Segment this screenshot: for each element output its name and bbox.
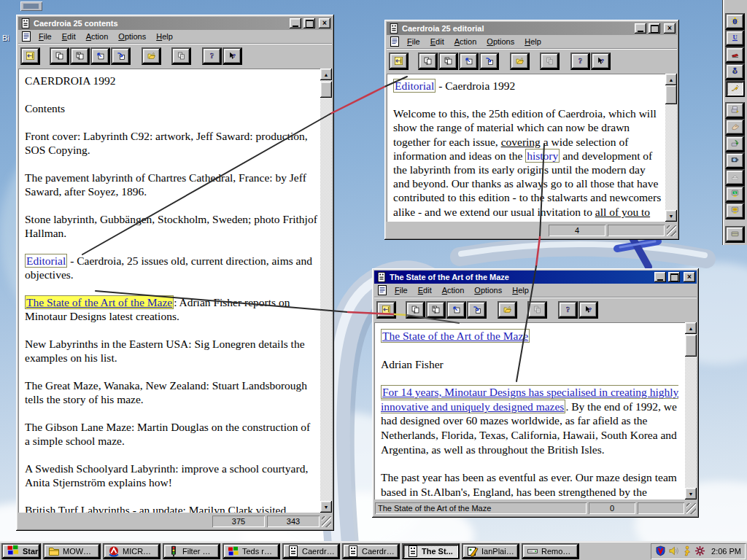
paste-pages-button[interactable]	[438, 52, 458, 70]
desktop-icon-fragment[interactable]	[20, 1, 42, 11]
menu-options[interactable]: Options	[481, 36, 519, 47]
camera-button[interactable]	[725, 152, 745, 169]
close-button[interactable]: ×	[319, 18, 330, 28]
taskbar-button-microc[interactable]: MICROC...	[103, 543, 160, 559]
hypertext-link[interactable]: Editorial	[25, 254, 67, 268]
scroll-up-icon[interactable]: ▲	[320, 69, 332, 80]
menu-options[interactable]: Options	[113, 31, 151, 42]
resize-grip[interactable]	[686, 503, 696, 514]
beetle-button[interactable]	[725, 13, 745, 30]
context-help-button[interactable]: ?	[222, 47, 242, 65]
disk-export-button[interactable]	[725, 102, 745, 119]
hypertext-link[interactable]: Editorial	[393, 79, 436, 93]
hat-button[interactable]	[725, 169, 745, 186]
copy-pages-button[interactable]	[406, 301, 425, 319]
scroll-thumb[interactable]	[320, 82, 332, 98]
titlebar[interactable]: Caerdroia 25 editorial ×	[387, 22, 677, 35]
vertical-scrollbar[interactable]: ▲ ▼	[685, 322, 697, 499]
close-button[interactable]: ×	[664, 23, 676, 34]
hand-button[interactable]	[725, 119, 745, 136]
vertical-scrollbar[interactable]: ▲ ▼	[320, 69, 332, 513]
exit-button[interactable]	[376, 301, 396, 319]
flower-icon[interactable]	[694, 545, 705, 556]
menu-edit[interactable]: Edit	[413, 284, 437, 296]
scroll-down-icon[interactable]: ▼	[320, 501, 332, 513]
hypertext-link[interactable]: The State of the Art of the Maze	[381, 329, 530, 343]
open-folder-button[interactable]	[498, 301, 517, 319]
start-button[interactable]: Start	[1, 543, 41, 559]
resize-grip[interactable]	[322, 516, 331, 527]
vertical-scrollbar[interactable]: ▲ ▼	[665, 74, 677, 222]
taskbar-button-moworks[interactable]: MOWorks	[43, 543, 101, 559]
menu-edit[interactable]: Edit	[57, 31, 81, 42]
paste-pages-button[interactable]	[426, 301, 446, 319]
copy-button[interactable]	[527, 301, 547, 319]
copy-pages-button[interactable]	[418, 52, 438, 70]
menu-help[interactable]: Help	[151, 31, 178, 42]
disk-sync-button[interactable]	[725, 136, 745, 152]
person-icon[interactable]	[681, 545, 692, 556]
menu-file[interactable]: File	[402, 36, 425, 47]
terminal-green-button[interactable]: N	[725, 186, 745, 203]
minimize-button[interactable]	[290, 18, 301, 28]
speaker-icon[interactable]	[668, 545, 679, 556]
scroll-up-icon[interactable]: ▲	[685, 322, 697, 334]
scroll-up-icon[interactable]: ▲	[665, 74, 677, 85]
hypertext-link[interactable]: The State of the Art of the Maze	[25, 295, 174, 309]
plug-button[interactable]	[725, 80, 745, 97]
lamp-button[interactable]: V	[725, 63, 745, 80]
link-out-button[interactable]	[459, 52, 479, 70]
taskbar-button-caerdroia[interactable]: Caerdroia...	[342, 543, 400, 559]
scroll-down-icon[interactable]: ▼	[685, 488, 697, 499]
open-folder-button[interactable]	[142, 47, 161, 65]
copy-pages-button[interactable]	[50, 47, 69, 65]
copy-button[interactable]	[171, 47, 191, 65]
taskbar-button-the-st[interactable]: The St...	[402, 543, 460, 559]
titlebar[interactable]: The State of the Art of the Maze ×	[374, 271, 697, 284]
page-lines-icon[interactable]	[387, 36, 402, 47]
menu-action[interactable]: Action	[449, 36, 482, 47]
menu-action[interactable]: Action	[81, 31, 114, 42]
menu-action[interactable]: Action	[437, 284, 470, 296]
wallet-button[interactable]	[725, 226, 745, 243]
menu-file[interactable]: File	[390, 284, 413, 296]
maximize-button[interactable]	[649, 23, 660, 34]
desktop-icon-label[interactable]: Bi	[2, 34, 9, 42]
page-lines-icon[interactable]	[19, 31, 34, 42]
menu-help[interactable]: Help	[507, 284, 534, 296]
link-out-button[interactable]	[90, 47, 110, 65]
page-lines-icon[interactable]	[375, 284, 390, 296]
link-in-button[interactable]	[111, 47, 131, 65]
help-button[interactable]: ?	[558, 301, 578, 319]
maximize-button[interactable]	[303, 18, 315, 28]
maximize-button[interactable]	[668, 272, 680, 282]
link-in-button[interactable]	[479, 52, 499, 70]
copy-button[interactable]	[540, 52, 560, 70]
stapler-button[interactable]	[725, 47, 745, 63]
scroll-thumb[interactable]	[685, 335, 697, 357]
menu-edit[interactable]: Edit	[425, 36, 449, 47]
paste-pages-button[interactable]	[70, 47, 90, 65]
taskbar-button-ianplain[interactable]: IanPlain...	[462, 543, 519, 559]
u-underline-button[interactable]: U	[725, 30, 745, 47]
menu-file[interactable]: File	[34, 31, 57, 42]
minimize-button[interactable]	[635, 23, 646, 34]
titlebar[interactable]: Caerdroia 25 contents ×	[18, 17, 332, 30]
taskbar-button-filter-man[interactable]: Filter Man...	[163, 543, 220, 559]
link-out-button[interactable]	[446, 301, 466, 319]
minimize-button[interactable]	[654, 272, 666, 282]
link-in-button[interactable]	[467, 301, 487, 319]
context-help-button[interactable]: ?	[578, 301, 598, 319]
help-button[interactable]: ?	[570, 52, 590, 70]
exit-button[interactable]	[20, 47, 40, 65]
resize-grip[interactable]	[667, 225, 676, 236]
terminal-yellow-button[interactable]	[725, 203, 745, 219]
open-folder-button[interactable]	[510, 52, 530, 70]
hypertext-link[interactable]: history	[525, 149, 560, 163]
close-button[interactable]: ×	[684, 272, 695, 282]
shield-icon[interactable]	[655, 545, 666, 556]
taskbar-button-caerdroia[interactable]: Caerdroia...	[282, 543, 340, 559]
scroll-down-icon[interactable]: ▼	[665, 210, 677, 222]
menu-help[interactable]: Help	[519, 36, 546, 47]
menu-options[interactable]: Options	[469, 284, 507, 296]
